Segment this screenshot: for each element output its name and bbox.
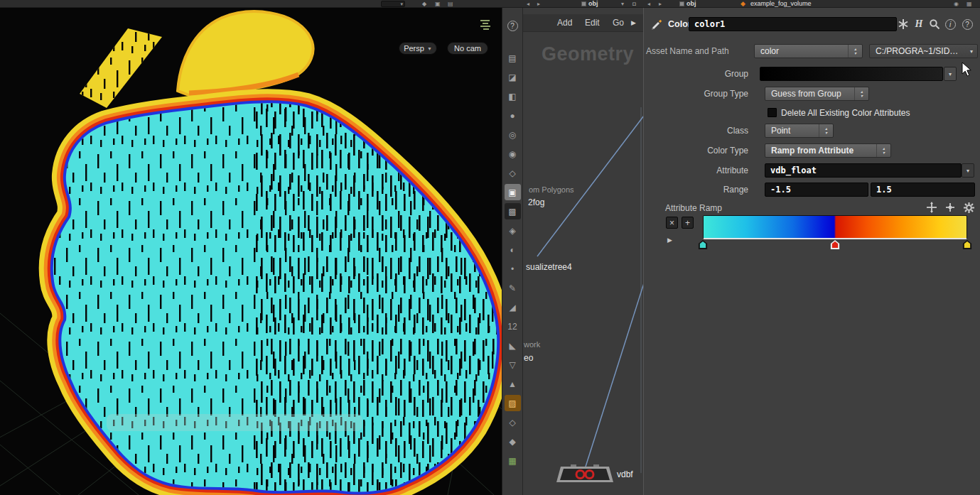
view-tool-icon[interactable]: ◎ [505,126,521,143]
chevron-down-icon: ▼ [427,46,432,51]
shade-mode-icon[interactable]: ◪ [505,69,521,85]
current-node-breadcrumb[interactable]: example_fog_volume [750,0,812,8]
spinner-arrows-icon[interactable]: ▴▾ [854,87,868,100]
nav-back-icon[interactable]: ◂ [647,0,650,8]
group-label: Group [644,67,748,81]
normals-icon[interactable]: ◈ [505,222,521,239]
attribute-ramp-label: Attribute Ramp [665,201,722,215]
lights-icon[interactable]: ◉ [505,146,521,162]
point-numbers-icon[interactable]: 12 [505,318,521,334]
node-label-clipped: work [524,340,540,349]
class-value: Point [765,124,819,137]
point-marker-icon[interactable]: • [505,261,521,277]
spinner-arrows-icon[interactable]: ▴▾ [876,144,890,157]
group-type-dropdown[interactable]: Guess from Group ▴▾ [765,87,869,101]
show-primitives-icon[interactable]: ▩ [505,203,521,219]
triangle-down-icon[interactable]: ▽ [505,357,521,373]
houdini-logo-icon[interactable]: H [912,18,925,31]
wedge-icon[interactable]: ◢ [505,299,521,315]
no-cam-label: No cam [454,44,481,53]
pin-icon[interactable]: ◆ [422,0,426,8]
camera-menu-button[interactable]: Persp▼ [399,42,437,55]
asset-path-value: C:/PROGRA~1/SID… [870,45,966,58]
parameter-pane: Color color1 H i ? Asset Name and Path c… [643,8,980,495]
bunny-body [53,100,502,495]
ramp-marker[interactable] [831,240,840,249]
asset-name-dropdown[interactable]: color ▴▾ [754,44,863,58]
solid-diamond-icon[interactable]: ◆ [505,433,521,450]
gear-menu-icon[interactable] [897,18,910,31]
camera-tool-icon[interactable]: ◇ [505,165,521,181]
ramp-presets-gear-icon[interactable] [962,201,975,214]
select-objects-icon[interactable]: ● [505,107,521,124]
vdb-node[interactable] [556,464,613,482]
no-cam-button[interactable]: No cam [447,42,488,55]
ramp-delete-point-button[interactable]: × [666,217,678,229]
ramp-gradient[interactable] [703,215,967,239]
grid-display-icon[interactable]: ▦ [505,452,521,469]
asset-path-dropdown[interactable]: C:/PROGRA~1/SID… ▾ [869,44,978,58]
group-type-label: Group Type [644,87,748,101]
group-select-dropdown-icon[interactable]: ▾ [944,67,957,81]
attribute-dropdown-icon[interactable]: ▾ [962,163,974,178]
viewport-toolbar: ? ▤◪◧●◎◉◇▣▩◈◐•✎◢12◣▽▲▨◇◆▦ [502,8,522,495]
nav-forward-icon[interactable]: ▸ [537,0,540,8]
color-type-value: Ramp from Attribute [765,144,876,157]
display-options-icon[interactable] [479,18,492,31]
pane-grid-icon[interactable]: ▦ [966,0,972,8]
ramp-add-point-button[interactable]: + [682,217,694,229]
range-min-input[interactable]: -1.5 [765,183,868,197]
node-label-clipped[interactable]: 2fog [528,197,544,207]
help-icon[interactable]: ? [507,21,518,31]
draw-icon[interactable]: ✎ [505,280,521,296]
network-editor[interactable]: Add Edit Go ▶ Geometry om Polygons 2fog … [522,8,643,495]
ramp-pan-icon[interactable] [925,201,938,214]
params-context-chip[interactable]: obj [679,0,696,8]
pin-icon[interactable]: ◉ [954,0,959,8]
search-icon[interactable] [928,18,941,31]
attribute-input[interactable]: vdb_float [765,163,962,178]
ramp-scale-icon[interactable] [944,201,957,214]
display-toggle-icon[interactable]: ▣ [435,0,441,8]
node-label-clipped[interactable]: sualizetree4 [526,262,572,272]
help-icon[interactable]: ? [961,18,974,31]
delete-color-attrs-checkbox[interactable] [768,108,777,117]
toolbar-dropdown-stub[interactable]: ▾ [381,1,405,7]
chevron-down-icon: ▾ [966,45,977,58]
nav-forward-icon[interactable]: ▸ [659,0,662,8]
lock-icon[interactable]: ◘ [632,0,636,8]
color-type-label: Color Type [644,143,748,158]
class-dropdown[interactable]: Point ▴▾ [765,124,834,138]
node-name-input[interactable]: color1 [689,17,897,31]
triangle-up-icon[interactable]: ▲ [505,376,521,392]
spinner-arrows-icon[interactable]: ▴▾ [848,45,862,58]
color-type-dropdown[interactable]: Ramp from Attribute ▴▾ [765,143,891,158]
spinner-arrows-icon[interactable]: ▴▾ [819,124,833,137]
context-dropdown-icon[interactable]: ▾ [621,0,624,8]
background-image-icon[interactable]: ▤ [505,50,521,66]
viewport-3d[interactable]: Persp▼ No cam [0,8,502,495]
layout-icon[interactable]: ▤ [448,0,453,8]
asset-name-value: color [755,45,848,58]
info-icon[interactable]: i [944,18,957,31]
node-label-clipped[interactable]: eo [524,353,533,363]
shade-half-icon[interactable]: ◐ [505,241,521,258]
diamond-icon[interactable]: ◇ [505,414,521,430]
secure-selection-icon[interactable]: ◧ [505,88,521,104]
network-context-label: obj [588,0,598,8]
params-context-label: obj [686,0,696,8]
ramp-expand-toggle[interactable]: ▶ [667,236,672,244]
corner-icon[interactable]: ◣ [505,337,521,354]
delete-color-attrs-label: Delete All Existing Color Attributes [781,106,910,120]
cube-icon [679,1,684,6]
ramp-marker[interactable] [699,240,708,249]
network-context-chip[interactable]: obj [581,0,598,8]
visualizer-icon[interactable]: ▨ [505,395,521,411]
ramp-marker[interactable] [963,240,972,249]
asset-name-path-label: Asset Name and Path [646,44,729,58]
vdb-node-label[interactable]: vdbf [617,469,633,479]
nav-back-icon[interactable]: ◂ [527,0,529,8]
show-points-icon[interactable]: ▣ [505,184,521,200]
group-input[interactable] [760,67,943,81]
range-max-input[interactable]: 1.5 [871,183,975,197]
